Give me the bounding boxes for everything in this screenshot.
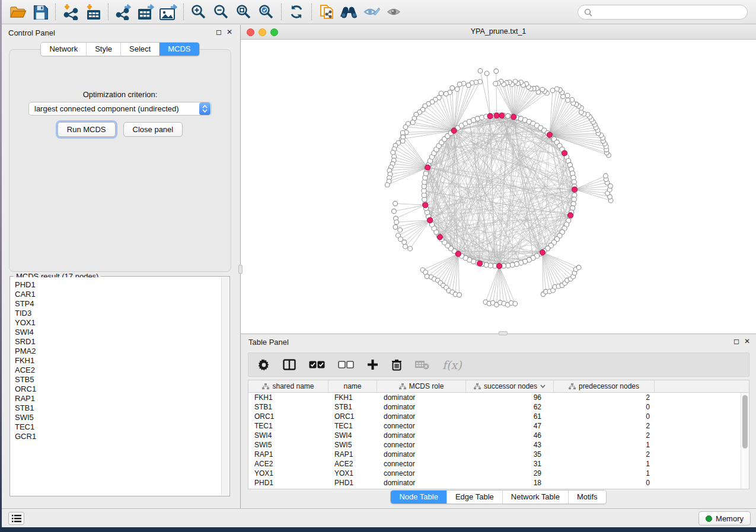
network-leaf-node[interactable] [393, 201, 398, 206]
mcds-result-item[interactable]: SWI5 [15, 413, 221, 422]
network-leaf-node[interactable] [604, 174, 608, 178]
column-header-shared-name[interactable]: shared name [248, 380, 328, 392]
network-dominator-node[interactable] [487, 113, 493, 118]
mcds-result-item[interactable]: PHD1 [15, 280, 221, 290]
table-row[interactable]: YOX1YOX1connector291 [248, 469, 741, 478]
search-network-icon[interactable] [338, 2, 361, 22]
mcds-result-item[interactable]: SRD1 [15, 337, 221, 347]
zoom-fit-icon[interactable] [232, 2, 255, 22]
show-all-icon[interactable] [383, 2, 406, 22]
network-leaf-node[interactable] [392, 209, 397, 214]
tab-edge-table[interactable]: Edge Table [446, 491, 502, 504]
network-canvas[interactable] [241, 40, 756, 334]
network-dominator-node[interactable] [567, 213, 573, 218]
tab-select[interactable]: Select [120, 43, 159, 56]
network-leaf-node[interactable] [493, 81, 498, 86]
mcds-result-item[interactable]: STP4 [15, 299, 221, 309]
column-header-successor-nodes[interactable]: successor nodes [466, 380, 554, 392]
network-dominator-node[interactable] [572, 187, 577, 192]
network-leaf-node[interactable] [455, 87, 460, 92]
table-row[interactable]: TEC1TEC1connector472 [248, 421, 741, 431]
network-leaf-node[interactable] [565, 93, 570, 98]
network-dominator-node[interactable] [547, 132, 552, 137]
splitter-grip[interactable] [499, 331, 508, 335]
network-leaf-node[interactable] [391, 150, 395, 155]
network-leaf-node[interactable] [439, 91, 444, 96]
save-session-icon[interactable] [29, 2, 52, 22]
network-dominator-node[interactable] [494, 113, 499, 118]
network-graph[interactable] [241, 40, 756, 334]
network-leaf-node[interactable] [400, 130, 405, 135]
mcds-result-item[interactable]: ORC1 [15, 384, 221, 394]
export-table-icon[interactable] [135, 2, 157, 22]
table-row[interactable]: RAP1RAP1dominator352 [248, 450, 741, 459]
network-dominator-node[interactable] [423, 203, 428, 208]
tab-mcds[interactable]: MCDS [159, 43, 199, 56]
column-header-name[interactable]: name [328, 380, 377, 392]
tab-style[interactable]: Style [86, 43, 120, 56]
deselect-all-icon[interactable] [338, 361, 354, 368]
zoom-out-icon[interactable] [210, 2, 232, 22]
network-leaf-node[interactable] [576, 265, 581, 270]
delete-column-icon[interactable] [391, 359, 402, 371]
network-leaf-node[interactable] [484, 71, 489, 76]
network-dominator-node[interactable] [477, 261, 483, 266]
network-leaf-node[interactable] [478, 69, 483, 73]
zoom-selected-icon[interactable] [255, 2, 277, 22]
float-window-icon[interactable]: ◻ [216, 28, 222, 36]
export-image-icon[interactable] [157, 2, 180, 22]
mcds-result-list[interactable]: PHD1CAR1STP4TID3YOX1SWI4SRD1PMA2FKH1ACE2… [11, 277, 221, 495]
network-dominator-node[interactable] [455, 251, 461, 257]
run-mcds-button[interactable]: Run MCDS [58, 122, 116, 137]
network-leaf-node[interactable] [394, 220, 399, 225]
refresh-icon[interactable] [285, 2, 308, 22]
export-network-icon[interactable] [112, 2, 135, 22]
network-leaf-node[interactable] [425, 274, 429, 279]
table-scrollbar[interactable] [741, 393, 749, 489]
network-leaf-node[interactable] [408, 246, 413, 251]
close-panel-icon[interactable]: ✕ [744, 337, 750, 345]
tab-network[interactable]: Network [41, 43, 86, 56]
mcds-result-item[interactable]: STB5 [15, 375, 221, 384]
import-table-icon[interactable] [82, 2, 104, 22]
columns-icon[interactable] [283, 359, 296, 370]
table-row[interactable]: PHD1PHD1dominator180 [248, 478, 741, 488]
close-panel-button[interactable]: Close panel [123, 122, 183, 137]
table-row[interactable]: SWI4SWI4dominator462 [248, 431, 741, 440]
network-leaf-node[interactable] [494, 69, 499, 73]
network-leaf-node[interactable] [513, 302, 518, 306]
network-dominator-node[interactable] [562, 150, 567, 156]
mcds-result-item[interactable]: YOX1 [15, 318, 221, 328]
share-document-icon[interactable] [315, 2, 338, 22]
mcds-result-item[interactable]: CAR1 [15, 290, 221, 299]
network-dominator-node[interactable] [451, 128, 457, 133]
mcds-result-item[interactable]: SWI4 [15, 328, 221, 337]
table-row[interactable]: STB1STB1dominator620 [248, 402, 741, 412]
network-dominator-node[interactable] [496, 263, 502, 268]
network-leaf-node[interactable] [457, 293, 462, 297]
network-dominator-node[interactable] [540, 249, 545, 255]
network-leaf-node[interactable] [385, 182, 390, 187]
scrollbar-thumb[interactable] [742, 395, 748, 448]
search-input[interactable] [596, 8, 741, 17]
network-leaf-node[interactable] [444, 91, 448, 96]
mcds-result-item[interactable]: FKH1 [15, 356, 221, 366]
table-row[interactable]: FKH1FKH1dominator962 [248, 393, 741, 402]
memory-button[interactable]: Memory [698, 511, 751, 525]
hide-selected-icon[interactable] [361, 2, 383, 22]
gear-icon[interactable] [258, 359, 270, 371]
optimization-dropdown[interactable]: largest connected component (undirected) [28, 102, 212, 116]
column-header-predecessor-nodes[interactable]: predecessor nodes [554, 380, 655, 392]
mcds-result-item[interactable]: STB1 [15, 403, 221, 413]
network-leaf-node[interactable] [393, 225, 398, 229]
select-all-icon[interactable] [309, 361, 325, 368]
network-leaf-node[interactable] [566, 98, 570, 102]
tab-motifs[interactable]: Motifs [568, 491, 606, 504]
network-dominator-node[interactable] [425, 165, 430, 170]
network-dominator-node[interactable] [427, 217, 432, 223]
network-leaf-node[interactable] [398, 227, 403, 232]
network-leaf-node[interactable] [410, 120, 415, 125]
network-dominator-node[interactable] [437, 235, 442, 240]
column-header-MCDS-role[interactable]: MCDS role [377, 380, 466, 392]
mcds-result-item[interactable]: GCR1 [15, 432, 221, 441]
